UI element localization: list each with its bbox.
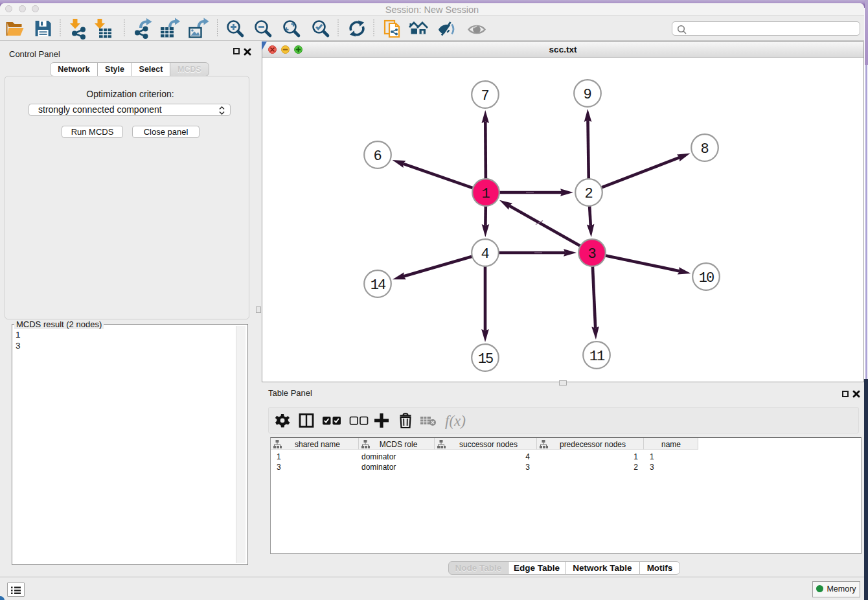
svg-text:name: name [661, 440, 681, 449]
svg-text:11: 11 [589, 349, 605, 365]
svg-text:14: 14 [371, 277, 386, 294]
svg-text:predecessor nodes: predecessor nodes [560, 440, 626, 449]
svg-text:9: 9 [583, 87, 591, 103]
svg-text:MCDS role: MCDS role [380, 440, 418, 449]
svg-text:successor nodes: successor nodes [459, 440, 518, 449]
svg-text:4: 4 [481, 246, 489, 262]
svg-text:2: 2 [584, 186, 593, 202]
svg-text:7: 7 [481, 88, 489, 104]
svg-text:8: 8 [700, 141, 709, 157]
svg-text:f(x): f(x) [445, 413, 466, 429]
svg-text:15: 15 [478, 351, 493, 367]
svg-text:10: 10 [699, 270, 714, 286]
svg-text:shared name: shared name [295, 440, 340, 449]
svg-text:3: 3 [588, 246, 596, 262]
svg-text:6: 6 [373, 148, 382, 165]
svg-text:1: 1 [481, 186, 490, 202]
